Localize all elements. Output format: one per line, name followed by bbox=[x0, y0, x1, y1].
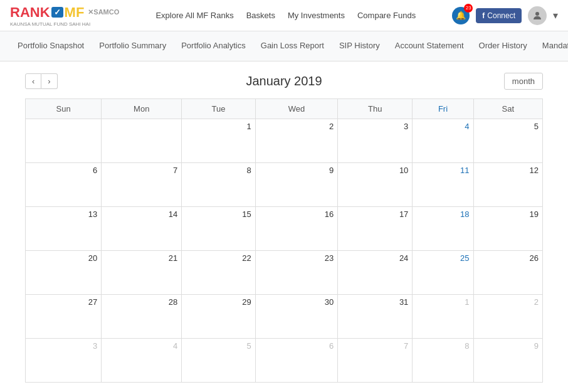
calendar-cell[interactable]: 6 bbox=[26, 163, 102, 207]
calendar-cell[interactable]: 5 bbox=[182, 339, 256, 383]
calendar-cell[interactable]: 1 bbox=[413, 295, 473, 339]
calendar-row: 3456789 bbox=[26, 339, 543, 383]
month-view-button[interactable]: month bbox=[504, 73, 543, 90]
calendar-cell[interactable]: 3 bbox=[338, 119, 413, 163]
day-number: 7 bbox=[342, 341, 408, 351]
tab-gain-loss-report[interactable]: Gain Loss Report bbox=[253, 32, 332, 60]
calendar-cell[interactable]: 3 bbox=[26, 339, 102, 383]
calendar-cell[interactable]: 31 bbox=[338, 295, 413, 339]
nav-explore[interactable]: Explore All MF Ranks bbox=[155, 11, 233, 20]
tab-order-history[interactable]: Order History bbox=[471, 32, 535, 60]
calendar-cell[interactable]: 21 bbox=[102, 251, 182, 295]
calendar-cell[interactable]: 22 bbox=[182, 251, 256, 295]
day-number: 22 bbox=[186, 253, 251, 263]
calendar-row: 13141516171819 bbox=[26, 207, 543, 251]
calendar-nav: ‹ › bbox=[25, 73, 58, 89]
notifications-area: 🔔 23 bbox=[452, 7, 470, 24]
tab-sip-history[interactable]: SIP History bbox=[332, 32, 387, 60]
calendar-row: 20212223242526 bbox=[26, 251, 543, 295]
logo-samco-text: ✕SAMCO bbox=[88, 8, 119, 16]
day-number: 6 bbox=[260, 341, 334, 351]
col-tue: Tue bbox=[182, 99, 256, 119]
next-month-button[interactable]: › bbox=[41, 73, 57, 89]
fb-connect-button[interactable]: f Connect bbox=[476, 8, 522, 23]
calendar-cell[interactable]: 15 bbox=[182, 207, 256, 251]
col-sat: Sat bbox=[473, 99, 542, 119]
calendar-section: ‹ › January 2019 month Sun Mon Tue Wed T… bbox=[0, 61, 568, 392]
calendar-cell[interactable]: 23 bbox=[255, 251, 337, 295]
calendar-cell[interactable]: 6 bbox=[255, 339, 337, 383]
day-number: 8 bbox=[416, 341, 469, 351]
calendar-cell[interactable]: 9 bbox=[473, 339, 542, 383]
calendar-cell[interactable]: 10 bbox=[338, 163, 413, 207]
day-number: 8 bbox=[186, 166, 251, 175]
calendar-cell[interactable]: 11 bbox=[413, 163, 473, 207]
logo-mf-text: MF bbox=[65, 4, 85, 21]
user-icon bbox=[532, 10, 543, 21]
nav-compare[interactable]: Compare Funds bbox=[357, 11, 416, 20]
day-number: 31 bbox=[342, 297, 408, 307]
calendar-header-row: Sun Mon Tue Wed Thu Fri Sat bbox=[26, 99, 543, 119]
day-number: 20 bbox=[29, 253, 97, 263]
calendar-cell[interactable]: 8 bbox=[413, 339, 473, 383]
calendar-cell[interactable]: 19 bbox=[473, 207, 542, 251]
header-nav: Explore All MF Ranks Baskets My Investme… bbox=[155, 11, 416, 20]
calendar-cell[interactable]: 18 bbox=[413, 207, 473, 251]
tab-portfolio-analytics[interactable]: Portfolio Analytics bbox=[174, 32, 253, 60]
calendar-cell[interactable]: 14 bbox=[102, 207, 182, 251]
tab-portfolio-snapshot[interactable]: Portfolio Snapshot bbox=[10, 32, 92, 60]
calendar-title: January 2019 bbox=[246, 74, 322, 88]
calendar-cell[interactable]: 4 bbox=[102, 339, 182, 383]
day-number: 5 bbox=[478, 122, 539, 131]
calendar-cell[interactable]: 30 bbox=[255, 295, 337, 339]
calendar-cell[interactable]: 25 bbox=[413, 251, 473, 295]
calendar-cell[interactable]: 29 bbox=[182, 295, 256, 339]
day-number: 3 bbox=[29, 341, 97, 351]
calendar-cell[interactable]: 26 bbox=[473, 251, 542, 295]
tab-mandate-registration[interactable]: Mandate Registration bbox=[535, 32, 568, 60]
day-number: 12 bbox=[478, 166, 539, 175]
day-number: 11 bbox=[416, 166, 469, 175]
prev-month-button[interactable]: ‹ bbox=[25, 73, 41, 89]
logo-area: RANK ✓ MF ✕SAMCO KAUNSA MUTUAL FUND SAHI… bbox=[10, 4, 119, 27]
day-number: 19 bbox=[478, 209, 539, 219]
col-mon: Mon bbox=[102, 99, 182, 119]
calendar-cell[interactable]: 28 bbox=[102, 295, 182, 339]
col-fri: Fri bbox=[413, 99, 473, 119]
day-number: 3 bbox=[342, 122, 408, 131]
day-number: 18 bbox=[416, 209, 469, 219]
calendar-cell[interactable]: 8 bbox=[182, 163, 256, 207]
tab-account-statement[interactable]: Account Statement bbox=[387, 32, 471, 60]
calendar-cell[interactable]: 2 bbox=[255, 119, 337, 163]
avatar-button[interactable] bbox=[528, 6, 547, 25]
calendar-cell[interactable]: 12 bbox=[473, 163, 542, 207]
calendar-cell[interactable]: 17 bbox=[338, 207, 413, 251]
calendar-cell[interactable]: 9 bbox=[255, 163, 337, 207]
calendar-cell[interactable]: 7 bbox=[102, 163, 182, 207]
calendar-body: 1234567891011121314151617181920212223242… bbox=[26, 119, 543, 383]
chevron-down-button[interactable]: ▾ bbox=[553, 9, 558, 21]
col-sun: Sun bbox=[26, 99, 102, 119]
day-number: 9 bbox=[478, 341, 539, 351]
calendar-cell[interactable]: 24 bbox=[338, 251, 413, 295]
calendar-cell[interactable]: 20 bbox=[26, 251, 102, 295]
nav-baskets[interactable]: Baskets bbox=[246, 11, 275, 20]
day-number: 4 bbox=[416, 122, 469, 131]
calendar-cell[interactable] bbox=[102, 119, 182, 163]
calendar-cell[interactable]: 1 bbox=[182, 119, 256, 163]
day-number: 25 bbox=[416, 253, 469, 263]
calendar-cell[interactable]: 7 bbox=[338, 339, 413, 383]
calendar-cell[interactable] bbox=[26, 119, 102, 163]
calendar-cell[interactable]: 27 bbox=[26, 295, 102, 339]
day-number: 30 bbox=[260, 297, 334, 307]
calendar-cell[interactable]: 5 bbox=[473, 119, 542, 163]
nav-investments[interactable]: My Investments bbox=[288, 11, 345, 20]
logo-check: ✓ bbox=[51, 7, 63, 18]
calendar-cell[interactable]: 13 bbox=[26, 207, 102, 251]
calendar-cell[interactable]: 4 bbox=[413, 119, 473, 163]
header: RANK ✓ MF ✕SAMCO KAUNSA MUTUAL FUND SAHI… bbox=[0, 0, 568, 31]
calendar-cell[interactable]: 16 bbox=[255, 207, 337, 251]
calendar-cell[interactable]: 2 bbox=[473, 295, 542, 339]
day-number: 17 bbox=[342, 209, 408, 219]
tab-portfolio-summary[interactable]: Portfolio Summary bbox=[92, 32, 174, 60]
